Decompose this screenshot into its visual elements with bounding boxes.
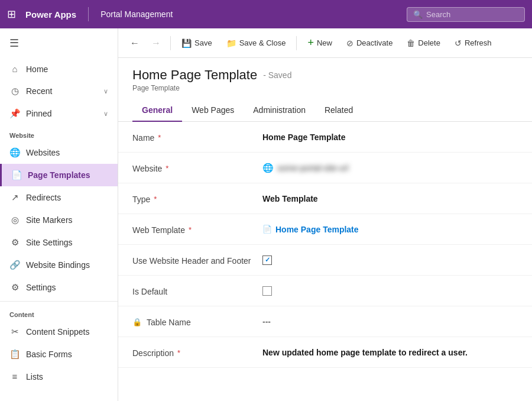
deactivate-button[interactable]: ⊘ Deactivate xyxy=(340,35,398,51)
website-link[interactable]: 🌐 some-portal-site-url xyxy=(262,163,518,173)
basic-forms-icon: 📋 xyxy=(9,349,20,360)
save-close-label: Save & Close xyxy=(239,38,286,47)
sidebar-item-redirects-label: Redirects xyxy=(26,193,61,202)
sidebar-item-site-markers-label: Site Markers xyxy=(26,215,73,225)
sidebar-item-page-templates-label: Page Templates xyxy=(28,170,90,180)
bindings-icon: 🔗 xyxy=(9,260,20,270)
grid-icon[interactable]: ⊞ xyxy=(7,8,16,21)
field-label-table-name: 🔒 Table Name xyxy=(132,316,262,327)
save-close-button[interactable]: 📁 Save & Close xyxy=(220,35,292,51)
sidebar-divider xyxy=(0,301,118,302)
field-value-is-default[interactable] xyxy=(262,286,518,296)
sidebar-item-page-templates[interactable]: 📄 Page Templates xyxy=(0,164,118,186)
field-value-table-name[interactable]: --- xyxy=(262,317,518,326)
field-value-website[interactable]: 🌐 some-portal-site-url xyxy=(262,163,518,173)
settings-icon: ⚙ xyxy=(9,282,20,293)
topbar: ⊞ Power Apps Portal Management 🔍 xyxy=(0,0,532,28)
required-indicator-website: * xyxy=(166,164,168,173)
field-label-name-text: Name xyxy=(132,133,154,143)
tab-web-pages[interactable]: Web Pages xyxy=(182,99,244,122)
chevron-down-icon: ∨ xyxy=(103,88,108,95)
sidebar-section-content: Content xyxy=(0,304,118,321)
field-label-website-text: Website xyxy=(132,164,162,173)
content-snippets-icon: ✂ xyxy=(9,326,20,337)
sidebar-item-basic-forms[interactable]: 📋 Basic Forms xyxy=(0,343,118,366)
form-title: Home Page Template - Saved xyxy=(132,67,518,83)
sidebar-item-websites-label: Websites xyxy=(26,148,60,157)
refresh-label: Refresh xyxy=(465,38,492,47)
sidebar-item-pinned[interactable]: 📌 Pinned ∨ xyxy=(0,102,118,125)
new-label: New xyxy=(317,38,332,47)
web-template-link[interactable]: 📄 Home Page Template xyxy=(262,225,518,234)
recent-icon: ◷ xyxy=(9,86,20,96)
field-label-header-footer: Use Website Header and Footer xyxy=(132,255,262,266)
home-icon: ⌂ xyxy=(9,64,20,74)
sidebar-item-site-markers[interactable]: ◎ Site Markers xyxy=(0,209,118,231)
required-indicator-name: * xyxy=(158,133,161,142)
sidebar-item-websites[interactable]: 🌐 Websites xyxy=(0,141,118,164)
field-label-type: Type * xyxy=(132,193,262,204)
site-settings-icon: ⚙ xyxy=(9,237,20,248)
saved-badge: - Saved xyxy=(263,70,291,80)
sidebar-item-redirects[interactable]: ↗ Redirects xyxy=(0,186,118,209)
field-value-name[interactable]: Home Page Template xyxy=(262,132,518,142)
checkbox-is-default[interactable] xyxy=(262,286,272,296)
checkbox-header-footer[interactable]: ✓ xyxy=(262,256,272,265)
toolbar: ← → 💾 Save 📁 Save & Close + New ⊘ Deacti… xyxy=(118,28,532,58)
sidebar-section-website: Website xyxy=(0,125,118,141)
toolbar-separator xyxy=(170,36,171,50)
field-label-type-text: Type xyxy=(132,195,150,204)
new-button[interactable]: + New xyxy=(301,33,338,53)
search-input[interactable] xyxy=(426,10,518,19)
page-templates-icon: 📄 xyxy=(11,170,22,180)
redirects-icon: ↗ xyxy=(9,192,20,203)
sidebar-item-content-snippets[interactable]: ✂ Content Snippets xyxy=(0,321,118,343)
topbar-divider xyxy=(88,7,89,21)
sidebar-item-site-settings[interactable]: ⚙ Site Settings xyxy=(0,231,118,254)
refresh-button[interactable]: ↺ Refresh xyxy=(449,35,498,51)
app-name: Power Apps xyxy=(25,9,76,20)
field-row-is-default: Is Default xyxy=(118,276,532,306)
field-value-description[interactable]: New updated home page template to redire… xyxy=(262,348,518,357)
field-label-is-default: Is Default xyxy=(132,286,262,296)
delete-label: Delete xyxy=(418,38,440,47)
sidebar-item-home-label: Home xyxy=(26,64,48,74)
form-title-text: Home Page Template xyxy=(132,67,257,83)
new-icon: + xyxy=(307,37,314,49)
forward-button[interactable]: → xyxy=(147,34,166,52)
tab-related[interactable]: Related xyxy=(315,99,362,122)
sidebar-item-recent[interactable]: ◷ Recent ∨ xyxy=(0,80,118,102)
refresh-icon: ↺ xyxy=(455,38,462,48)
lists-icon: ≡ xyxy=(9,371,20,381)
field-row-website: Website * 🌐 some-portal-site-url xyxy=(118,153,532,183)
chevron-down-icon: ∨ xyxy=(103,110,108,118)
field-value-web-template[interactable]: 📄 Home Page Template xyxy=(262,225,518,234)
tab-administration[interactable]: Administration xyxy=(244,99,315,122)
field-label-web-template-text: Web Template xyxy=(132,225,185,235)
search-bar[interactable]: 🔍 xyxy=(407,7,525,22)
field-label-table-name-container: 🔒 Table Name xyxy=(132,318,191,327)
field-label-is-default-text: Is Default xyxy=(132,287,167,296)
save-button[interactable]: 💾 Save xyxy=(176,35,218,51)
document-icon: 📄 xyxy=(262,225,272,234)
sidebar-item-home[interactable]: ⌂ Home xyxy=(0,58,118,80)
tabs: General Web Pages Administration Related xyxy=(118,99,532,122)
delete-button[interactable]: 🗑 Delete xyxy=(401,35,446,51)
back-button[interactable]: ← xyxy=(125,34,144,52)
tab-general[interactable]: General xyxy=(132,99,182,122)
field-value-type[interactable]: Web Template xyxy=(262,194,518,203)
field-row-header-footer: Use Website Header and Footer ✓ xyxy=(118,245,532,276)
web-template-link-text: Home Page Template xyxy=(275,225,359,234)
field-value-header-footer[interactable]: ✓ xyxy=(262,256,518,265)
sidebar-item-settings[interactable]: ⚙ Settings xyxy=(0,276,118,299)
sidebar-item-website-bindings[interactable]: 🔗 Website Bindings xyxy=(0,254,118,276)
sidebar-item-lists[interactable]: ≡ Lists xyxy=(0,366,118,387)
globe-icon: 🌐 xyxy=(262,163,274,173)
search-icon: 🔍 xyxy=(413,10,423,19)
hamburger-button[interactable]: ☰ xyxy=(0,28,118,58)
field-label-description-text: Description xyxy=(132,348,174,358)
field-label-table-name-text: Table Name xyxy=(147,318,191,327)
toolbar-separator-2 xyxy=(296,36,297,50)
sidebar-item-settings-label: Settings xyxy=(26,283,56,292)
field-row-table-name: 🔒 Table Name --- xyxy=(118,306,532,337)
